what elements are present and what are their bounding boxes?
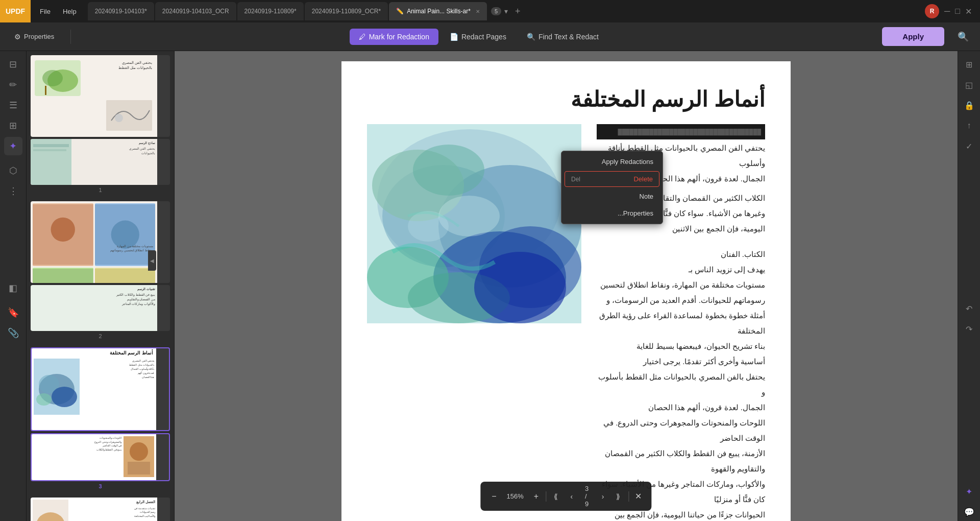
text-line-7: يهدف إلى تزويد الناس بـ: [597, 262, 765, 277]
right-ai-icon[interactable]: ✦: [960, 482, 978, 501]
sidebar-comment-icon[interactable]: ☰: [4, 96, 22, 114]
document-area: أنماط الرسم المختلفة ███████████████████…: [175, 51, 958, 521]
text-line-13: يحتفل بالفن المصري بالحيوانات مثل القطط …: [597, 369, 765, 400]
tab-4[interactable]: 20240919-110809_OCR*: [305, 2, 388, 20]
context-menu-properties[interactable]: Properties...: [561, 205, 663, 222]
properties-button[interactable]: ⚙ Properties: [8, 30, 60, 44]
first-page-button[interactable]: ⟪: [550, 490, 562, 503]
sidebar-bookmark-icon[interactable]: 🔖: [4, 303, 22, 322]
properties-menu-label: Properties...: [618, 209, 653, 217]
thumbnail-2-top[interactable]: مستويات مختلفة من المهارة ونقاط انطلاق ل…: [31, 201, 170, 283]
right-convert-icon[interactable]: ⊞: [960, 55, 978, 74]
right-compress-icon[interactable]: ◱: [960, 76, 978, 94]
find-text-label: Find Text & Redact: [538, 33, 599, 41]
tab-5-close[interactable]: ✕: [476, 9, 480, 14]
sidebar-edit-icon[interactable]: ✏: [4, 76, 22, 94]
text-line-9: رسوماتهم للحيوانات. أقدم العديد من الرسو…: [597, 293, 765, 308]
sidebar-attachment-icon[interactable]: 📎: [4, 324, 22, 342]
tool-group: 🖊 Mark for Redaction 📄 Redact Pages 🔍 Fi…: [81, 29, 876, 45]
sidebar-redact-icon[interactable]: ✦: [4, 137, 22, 155]
thumbnail-4-top[interactable]: الفصل الرابع تقنيات متقدمة فيرسم الحيوان…: [31, 498, 170, 521]
svg-point-1: [42, 70, 63, 86]
svg-rect-2: [45, 86, 46, 95]
thumbnail-3-bottom[interactable]: اللوحات والمنحوتات والمجوهرات وحتى الدرو…: [31, 433, 170, 481]
right-redo-icon[interactable]: ↷: [960, 320, 978, 338]
app-logo: UPDF: [0, 0, 31, 22]
text-line-8: مستويات مختلفة من المهارة، ونقاط انطلاق …: [597, 277, 765, 293]
page-separator: /: [585, 492, 587, 500]
svg-rect-12: [33, 269, 93, 283]
maximize-button[interactable]: □: [955, 7, 960, 16]
sidebar-form-icon[interactable]: ⊞: [4, 116, 22, 135]
sidebar-layers-icon[interactable]: ◧: [4, 279, 22, 297]
svg-point-4: [115, 114, 123, 122]
text-line-6: الكتاب. الفنان: [597, 247, 765, 262]
thumbnail-1-bottom[interactable]: نماذج الرسم يحتفي الفن المصري بالحيوانات: [31, 139, 170, 185]
window-controls: R ─ □ ✕: [917, 4, 980, 18]
svg-point-38: [474, 252, 566, 323]
user-avatar[interactable]: R: [925, 4, 939, 18]
main-content: ⊟ ✏ ☰ ⊞ ✦ ⬡ ⋮ ◧ 🔖 📎 يحتفي الفن المصريبال…: [0, 51, 980, 521]
thumb-number-1: 1: [96, 185, 104, 195]
last-page-button[interactable]: ⟫: [612, 490, 624, 503]
tab-5-active[interactable]: ✏️ Animal Pain... Skills-ar* ✕: [389, 2, 487, 20]
right-toolbar: ⊞ ◱ 🔒 ↑ ✓ ↶ ↷ ✦ 💬: [958, 51, 980, 521]
svg-rect-22: [128, 462, 150, 475]
thumb-pages-3: أنماط الرسم المختلفة يحتفي الفن المصريبا…: [31, 347, 170, 481]
svg-point-31: [413, 145, 484, 196]
context-menu-apply-redactions[interactable]: Apply Redactions: [561, 153, 663, 170]
add-tab-button[interactable]: +: [511, 6, 525, 17]
text-line-15: اللوحات والمنحوتات والمجوهرات وحتى الدرو…: [597, 415, 765, 446]
svg-rect-3: [106, 100, 152, 131]
apply-button[interactable]: Apply: [882, 27, 944, 46]
document-image: [367, 124, 581, 325]
right-share-icon[interactable]: ↑: [960, 116, 978, 135]
zoom-in-button[interactable]: +: [531, 490, 542, 503]
tab-1[interactable]: 20240919-104103*: [88, 2, 154, 20]
sidebar-protect-icon[interactable]: ⬡: [4, 161, 22, 180]
svg-rect-7: [33, 149, 66, 151]
thumbnail-3-top[interactable]: أنماط الرسم المختلفة يحتفي الفن المصريبا…: [31, 347, 170, 431]
svg-point-21: [130, 442, 148, 461]
delete-shortcut: Del: [571, 176, 580, 183]
find-text-redact-button[interactable]: 🔍 Find Text & Redact: [518, 29, 608, 45]
collapse-panel-button[interactable]: ◀: [148, 250, 156, 271]
help-menu[interactable]: Help: [58, 6, 82, 17]
redact-pages-label: Redact Pages: [461, 33, 506, 41]
thumbnail-1-top[interactable]: يحتفي الفن المصريبالحيوانات مثل القطط: [31, 55, 170, 137]
sidebar-thumbnail-icon[interactable]: ⊟: [4, 55, 22, 74]
thumb-pages-1: يحتفي الفن المصريبالحيوانات مثل القطط: [31, 55, 170, 185]
sidebar-organize-icon[interactable]: ⋮: [4, 182, 22, 200]
redact-pages-button[interactable]: 📄 Redact Pages: [440, 29, 516, 45]
redact-pages-icon: 📄: [450, 33, 458, 41]
thumbnail-panel: يحتفي الفن المصريبالحيوانات مثل القطط: [27, 51, 175, 521]
minimize-button[interactable]: ─: [944, 7, 950, 16]
context-menu-delete[interactable]: Delete Del: [565, 171, 659, 187]
close-nav-button[interactable]: ✕: [633, 489, 644, 503]
text-line-10: أمثلة خطوة بخطوة لمساعدة القراء على رؤية…: [597, 308, 765, 339]
prev-page-button[interactable]: ‹: [566, 490, 577, 503]
thumbnail-2-bottom[interactable]: تقنيات الرسم يبيع فن القطط والكلاب الكثي…: [31, 285, 170, 331]
svg-point-18: [52, 387, 77, 407]
context-menu-note[interactable]: Note: [561, 188, 663, 205]
next-page-button[interactable]: ›: [598, 490, 608, 503]
zoom-out-button[interactable]: −: [488, 490, 499, 503]
tab-count-chevron[interactable]: ▾: [502, 7, 510, 15]
close-button[interactable]: ✕: [965, 7, 972, 16]
tab-3[interactable]: 20240919-110809*: [237, 2, 304, 20]
right-lock-icon[interactable]: 🔒: [960, 96, 978, 114]
right-chat-icon[interactable]: 💬: [960, 503, 978, 521]
delete-label: Delete: [633, 175, 653, 183]
tab-bar: 20240919-104103* 20240919-104103_OCR 202…: [86, 2, 917, 20]
right-undo-icon[interactable]: ↶: [960, 299, 978, 318]
search-icon[interactable]: 🔍: [954, 28, 972, 45]
tab-2-label: 20240919-104103_OCR: [162, 8, 229, 15]
svg-point-9: [51, 218, 75, 242]
right-check-icon[interactable]: ✓: [960, 137, 978, 155]
tab-2[interactable]: 20240919-104103_OCR: [155, 2, 236, 20]
current-page: 3: [585, 485, 589, 492]
thumb-number-3: 3: [96, 481, 104, 491]
mark-for-redaction-button[interactable]: 🖊 Mark for Redaction: [350, 29, 438, 45]
bottom-nav-toolbar: − 156% + ⟪ ‹ 3 / 9 › ⟫ ✕: [480, 482, 651, 511]
file-menu[interactable]: File: [35, 6, 56, 17]
